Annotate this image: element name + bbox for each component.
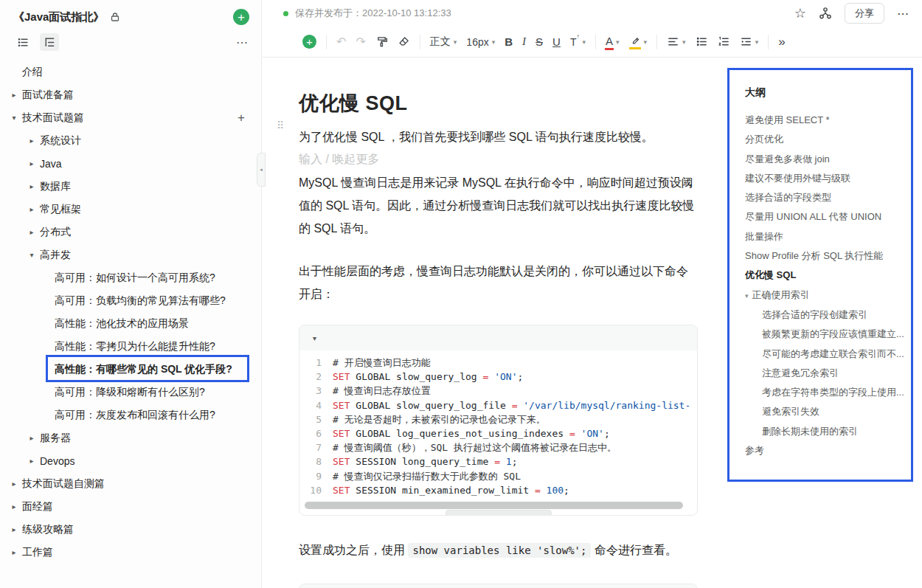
- caret-right-icon[interactable]: ▸: [6, 548, 22, 556]
- sidebar-item[interactable]: 高性能：零拷贝为什么能提升性能?: [0, 335, 261, 358]
- outline-item[interactable]: Show Profile 分析 SQL 执行性能: [745, 246, 911, 266]
- caret-down-icon[interactable]: ▾: [24, 251, 40, 259]
- caret-down-icon[interactable]: ▾: [745, 292, 749, 300]
- sidebar-item[interactable]: ▸面试准备篇: [0, 83, 261, 106]
- sidebar-item[interactable]: ▸分布式: [0, 221, 261, 243]
- strikethrough-button[interactable]: S: [535, 35, 543, 48]
- code-line[interactable]: 6SET GLOBAL log_queries_not_using_indexe…: [299, 426, 697, 440]
- outline-item[interactable]: 尽量避免多表做 join: [745, 150, 911, 169]
- outline-item[interactable]: 尽可能的考虑建立联合索引而不...: [745, 345, 911, 364]
- toolbar-more-icon[interactable]: »: [778, 35, 785, 48]
- sidebar-more-icon[interactable]: ⋯: [236, 35, 248, 49]
- sidebar-item[interactable]: ▸练级攻略篇: [0, 518, 261, 541]
- code-content[interactable]: 1# 开启慢查询日志功能2SET GLOBAL slow_query_log =…: [299, 350, 697, 515]
- sidebar-item[interactable]: 高可用：降级和熔断有什么区别?: [0, 381, 261, 404]
- sidebar-item[interactable]: ▸数据库: [0, 175, 261, 198]
- outline-item[interactable]: 选择合适的字段类型: [745, 188, 911, 207]
- bold-button[interactable]: B: [505, 35, 513, 48]
- format-painter-icon[interactable]: [375, 35, 388, 48]
- caret-right-icon[interactable]: ▸: [6, 91, 22, 99]
- undo-icon[interactable]: ↶: [336, 36, 346, 48]
- outline-item[interactable]: 删除长期未使用的索引: [745, 422, 911, 441]
- sidebar-item[interactable]: 高可用：如何设计一个高可用系统?: [0, 266, 261, 289]
- code-line[interactable]: 8SET SESSION long_query_time = 1;: [299, 454, 697, 468]
- caret-right-icon[interactable]: ▸: [24, 182, 40, 190]
- paragraph[interactable]: 为了优化慢 SQL ，我们首先要找到哪些 SQL 语句执行速度比较慢。: [299, 125, 698, 148]
- horizontal-scrollbar[interactable]: [305, 502, 683, 509]
- caret-right-icon[interactable]: ▸: [6, 502, 22, 511]
- code-line[interactable]: 3# 慢查询日志存放位置: [299, 384, 697, 398]
- bullet-list-button[interactable]: [696, 35, 708, 48]
- code-line[interactable]: 5# 无论是否超时，未被索引的记录也会记录下来。: [299, 412, 697, 426]
- outline-item[interactable]: 尽量用 UNION ALL 代替 UNION: [745, 207, 911, 226]
- sidebar-item[interactable]: ▸Java: [0, 152, 261, 175]
- share-button[interactable]: 分享: [845, 3, 884, 24]
- insert-block-button[interactable]: +: [302, 35, 316, 49]
- caret-right-icon[interactable]: ▸: [24, 228, 40, 236]
- favorite-star-icon[interactable]: ☆: [794, 7, 806, 20]
- font-color-dropdown[interactable]: A ▾: [606, 35, 620, 49]
- sidebar-item[interactable]: ▸Devops: [0, 449, 261, 472]
- outline-item[interactable]: 被频繁更新的字段应该慎重建立...: [745, 325, 911, 344]
- paragraph[interactable]: 设置成功之后，使用 show variables like 'slow%'; 命…: [299, 539, 698, 562]
- caret-right-icon[interactable]: ▸: [24, 457, 40, 465]
- font-size-dropdown[interactable]: 16px▾: [466, 36, 495, 48]
- outline-item[interactable]: 注意避免冗余索引: [745, 364, 911, 383]
- add-child-doc-button[interactable]: +: [238, 111, 245, 125]
- outline-item[interactable]: ▾正确使用索引: [745, 286, 911, 305]
- sidebar-item[interactable]: 高可用：灰度发布和回滚有什么用?: [0, 404, 261, 426]
- paragraph[interactable]: MySQL 慢查询日志是用来记录 MySQL 在执行命令中，响应时间超过预设阈值…: [299, 171, 698, 240]
- sidebar-item[interactable]: ▸面经篇: [0, 495, 261, 518]
- code-block-sql-settings[interactable]: ▾ 1# 开启慢查询日志功能2SET GLOBAL slow_query_log…: [299, 325, 698, 516]
- outline-item[interactable]: 建议不要使用外键与级联: [745, 169, 911, 188]
- new-doc-button[interactable]: +: [233, 9, 249, 25]
- code-block-variables-output[interactable]: ▾ 1| Variable_name | Value |: [299, 584, 698, 588]
- italic-button[interactable]: I: [522, 35, 526, 48]
- sidebar-item[interactable]: ▸常见框架: [0, 198, 261, 221]
- editor-placeholder[interactable]: 输入 / 唤起更多: [299, 148, 698, 170]
- code-line[interactable]: 2SET GLOBAL slow_query_log = 'ON';: [299, 370, 697, 384]
- clear-format-icon[interactable]: [398, 35, 410, 48]
- code-line[interactable]: 1# 开启慢查询日志功能: [299, 356, 697, 370]
- sidebar-item[interactable]: ▸服务器: [0, 426, 261, 449]
- outline-item[interactable]: 分页优化: [745, 130, 911, 149]
- outline-item[interactable]: 优化慢 SQL: [745, 266, 911, 285]
- doc-title[interactable]: 优化慢 SQL: [299, 90, 698, 117]
- numbered-list-button[interactable]: [718, 35, 730, 48]
- caret-right-icon[interactable]: ▸: [6, 480, 22, 488]
- sidebar-item[interactable]: ▸系统设计: [0, 129, 261, 152]
- caret-right-icon[interactable]: ▸: [24, 205, 40, 213]
- sidebar-item[interactable]: 介绍: [0, 60, 261, 83]
- caret-right-icon[interactable]: ▸: [6, 525, 22, 533]
- outline-item[interactable]: 选择合适的字段创建索引: [745, 305, 911, 325]
- align-dropdown[interactable]: ▾: [667, 35, 686, 48]
- sidebar-item[interactable]: ▾技术面试题篇+: [0, 106, 261, 129]
- outline-item[interactable]: 考虑在字符串类型的字段上使用...: [745, 383, 911, 402]
- code-line[interactable]: 9# 慢查询仅记录扫描行数大于此参数的 SQL: [299, 469, 697, 483]
- sidebar-collapse-handle[interactable]: ◂: [257, 153, 266, 187]
- caret-right-icon[interactable]: ▸: [24, 159, 40, 167]
- sidebar-item[interactable]: 高性能：池化技术的应用场景: [0, 312, 261, 335]
- caret-down-icon[interactable]: ▾: [6, 114, 22, 122]
- sidebar-item[interactable]: ▸技术面试题自测篇: [0, 472, 261, 495]
- list-view-icon[interactable]: [13, 33, 32, 51]
- caret-right-icon[interactable]: ▸: [24, 136, 40, 145]
- outline-item[interactable]: 参考: [745, 441, 911, 460]
- code-line[interactable]: 4SET GLOBAL slow_query_log_file = '/var/…: [299, 398, 697, 412]
- sidebar-item[interactable]: ▸工作篇: [0, 541, 261, 564]
- paragraph-style-dropdown[interactable]: 正文▾: [430, 35, 457, 49]
- line-spacing-dropdown[interactable]: T↑ ▾: [570, 36, 586, 48]
- tree-view-icon[interactable]: [40, 33, 59, 51]
- caret-right-icon[interactable]: ▸: [24, 434, 40, 442]
- highlight-color-dropdown[interactable]: ▾: [629, 35, 648, 48]
- code-line[interactable]: 10SET SESSION min_examined_row_limit = 1…: [299, 483, 697, 497]
- underline-button[interactable]: U: [552, 35, 561, 48]
- sidebar-item[interactable]: 高性能：有哪些常见的 SQL 优化手段?: [0, 358, 261, 381]
- block-drag-handle-icon[interactable]: ⠿: [277, 120, 284, 131]
- sidebar-item[interactable]: ▾高并发: [0, 243, 261, 266]
- header-more-icon[interactable]: ⋯: [897, 7, 909, 21]
- code-collapse-icon[interactable]: ▾: [313, 334, 316, 342]
- code-resize-handle[interactable]: [446, 510, 552, 516]
- code-line[interactable]: 7# 慢查询阈值（秒），SQL 执行超过这个阈值将被记录在日志中。: [299, 440, 697, 454]
- outline-item[interactable]: 批量操作: [745, 227, 911, 246]
